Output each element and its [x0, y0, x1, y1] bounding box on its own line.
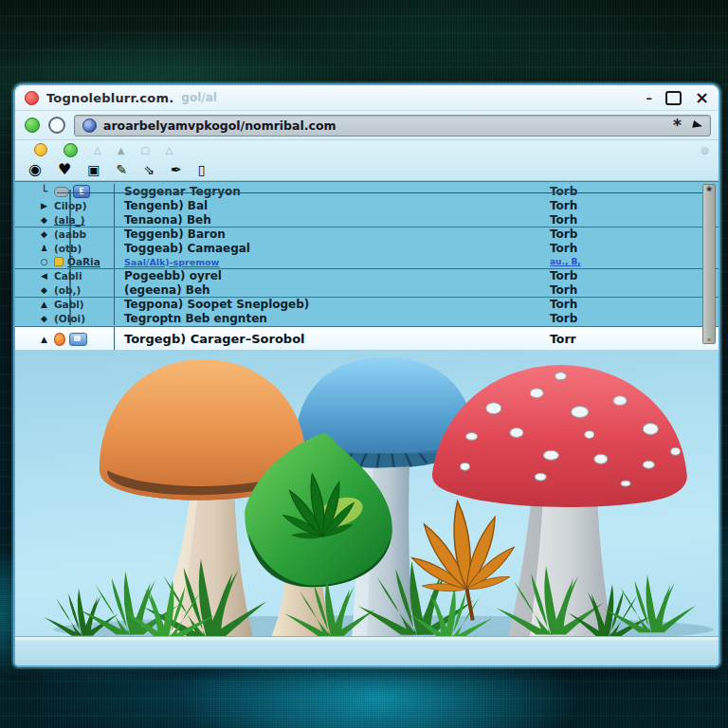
row-value: Torh	[550, 242, 700, 255]
go-dot-icon[interactable]	[25, 118, 40, 133]
bookmarks-bar: △ ▲ ▢ △ ◎	[15, 140, 719, 159]
row-title: Torgegb) Carager–Sorobol	[114, 327, 550, 351]
page-title: Tognoleblurr.com.	[46, 91, 173, 105]
row-value: Torb	[550, 312, 700, 325]
row-value: Torh	[550, 298, 700, 311]
toolbar: ◉ ♥ ▣ ✎ ⇘ ✒ ▯	[15, 159, 719, 181]
close-button[interactable]: ×	[695, 89, 709, 106]
maximize-button[interactable]	[665, 91, 682, 105]
address-bar[interactable]: aroarbelyamvpkogol/nomribal.com *	[74, 115, 711, 136]
row-title: Teggenb) Baron	[114, 228, 550, 242]
bookmark-icon[interactable]: ▲	[118, 145, 125, 155]
pawn-icon: ♟	[38, 244, 50, 253]
mushroom-illustration	[15, 350, 719, 636]
address-row: aroarbelyamvpkogol/nomribal.com *	[15, 111, 719, 140]
row-title: Soggenar Tegryon	[114, 184, 550, 199]
tree-arrow-icon: ◀	[38, 271, 50, 281]
row-title: Pogeebb) oyrel	[114, 269, 550, 283]
table-row[interactable]: ▶ Cilop) Tengenb) Bal Torh	[15, 199, 719, 213]
bookmark-icon[interactable]: ▢	[140, 145, 149, 155]
table-row[interactable]: ▲ Gabl) Tegpona) Soopet Sneplogeb) Torh	[15, 297, 719, 312]
tree-arrow-icon: ◆	[38, 285, 50, 295]
table-row-link[interactable]: ○ ÔaRia Saal/Alk)-spremow au., B,	[15, 255, 719, 269]
send-arrow-icon[interactable]: ⇘	[143, 163, 155, 176]
row-title: Tegroptn Beb engnten	[114, 312, 550, 326]
row-label: Gabl)	[54, 299, 84, 310]
yellow-dot-icon[interactable]	[34, 143, 47, 156]
tree-arrow-icon: ◆	[38, 229, 50, 239]
row-title: Toggeab) Camaegal	[114, 242, 550, 256]
row-label: Cilop)	[54, 200, 86, 211]
green-dot-icon[interactable]	[64, 143, 78, 157]
bookmark-icon[interactable]: △	[166, 145, 173, 155]
row-label: (ala_)	[54, 214, 85, 226]
row-title: (egeena) Beh	[114, 282, 550, 297]
leaf-scribble-icon[interactable]: ✎	[117, 163, 128, 176]
row-label: (aabb	[54, 228, 86, 240]
image-icon[interactable]: ▣	[87, 163, 100, 176]
row-value: Torh	[550, 283, 700, 297]
page-content	[15, 350, 719, 636]
row-link-text[interactable]: Saal/Alk)-spremow	[114, 255, 550, 268]
tree-arrow-icon: ▲	[38, 335, 50, 344]
record-dot-icon[interactable]	[25, 91, 39, 105]
e-badge-icon: E	[73, 185, 90, 198]
bookmarks-overflow-icon[interactable]: ◎	[701, 145, 709, 155]
pen-icon[interactable]: ✒	[171, 163, 182, 176]
tree-table: └ E Soggenar Tegryon Torb ▶ Cilop) Tenge…	[15, 181, 719, 350]
table-row[interactable]: ♟ (otb) Toggeab) Camaegal Torh	[15, 242, 719, 256]
row-value: Torb	[550, 269, 700, 282]
minimize-button[interactable]: –	[646, 92, 652, 104]
row-label: Cabli	[54, 270, 82, 282]
phone-icon[interactable]: ▯	[198, 163, 206, 176]
page-title-ghost: gol/al	[181, 91, 217, 104]
row-value: Torh	[550, 199, 700, 212]
table-scrollbar[interactable]: ◉ ▪	[702, 184, 716, 344]
row-value: Torb	[550, 228, 700, 241]
row-title: Tengenb) Bal	[114, 199, 550, 213]
tree-arrow-icon: ▶	[38, 201, 50, 210]
tree-branch-icon: └	[38, 185, 50, 198]
scrollbar-bottom-icon: ▪	[707, 337, 711, 342]
tree-arrow-icon: ◆	[38, 314, 50, 323]
globe-icon	[82, 118, 97, 133]
tree-arrow-icon: ▲	[38, 300, 50, 309]
row-title: Tegpona) Soopet Sneplogeb)	[114, 298, 550, 312]
orange-dot-icon	[54, 333, 65, 346]
table-row[interactable]: ◆ (ala_) Tenaona) Beh Torh	[15, 213, 719, 228]
scrollbar-top-icon: ◉	[706, 186, 712, 192]
app-badge-icon	[69, 333, 87, 346]
title-bar: Tognoleblurr.com. gol/al – ×	[15, 85, 719, 111]
row-value: Torb	[550, 185, 700, 198]
table-row[interactable]: ◆ (aabb Teggenb) Baron Torb	[15, 227, 719, 242]
row-title: Tenaona) Beh	[114, 213, 550, 228]
browser-window: Tognoleblurr.com. gol/al – × aroarbelyam…	[13, 83, 720, 667]
bookmark-icon[interactable]: △	[94, 145, 101, 155]
table-row[interactable]: └ E Soggenar Tegryon Torb	[15, 184, 719, 199]
go-arrow-icon[interactable]	[692, 120, 703, 130]
yellow-badge-icon	[54, 257, 64, 266]
url-text[interactable]: aroarbelyamvpkogol/nomribal.com	[103, 118, 337, 133]
row-value: au., B,	[550, 257, 700, 266]
tree-arrow-icon: ◆	[38, 215, 50, 225]
window-controls: – ×	[646, 89, 709, 106]
table-row[interactable]: ◆ (ob,) (egeena) Beh Torh	[15, 282, 719, 297]
address-bar-actions: *	[673, 121, 702, 129]
oval-badge-icon	[54, 187, 69, 197]
reload-circle-icon[interactable]	[48, 117, 65, 134]
table-row[interactable]: ◆ (Oloi) Tegroptn Beb engnten Torb	[15, 312, 719, 326]
table-row[interactable]: ◀ Cabli Pogeebb) oyrel Torb	[15, 269, 719, 283]
row-value: Torh	[550, 213, 700, 227]
circle-icon: ○	[38, 257, 50, 266]
record-circle-icon[interactable]: ◉	[28, 162, 42, 177]
heart-icon[interactable]: ♥	[58, 162, 71, 177]
row-label: (ob,)	[54, 284, 81, 296]
row-value: Torr	[550, 332, 700, 346]
row-label: (Oloi)	[54, 313, 85, 324]
row-label: (otb)	[54, 243, 82, 254]
row-label: ÔaRia	[67, 256, 100, 267]
status-bar	[15, 636, 719, 665]
